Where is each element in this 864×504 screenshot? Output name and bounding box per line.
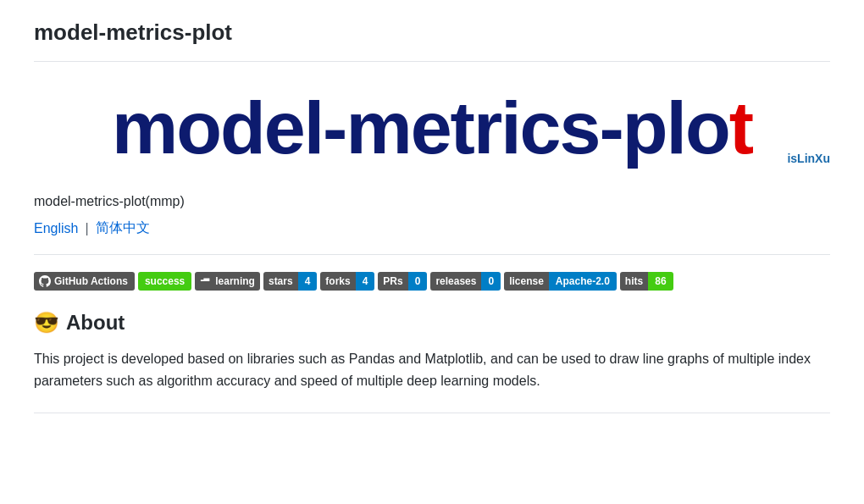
repo-description: model-metrics-plot(mmp) xyxy=(34,194,830,209)
github-icon xyxy=(39,275,51,287)
language-links: English | 简体中文 xyxy=(34,219,830,237)
repo-title: model-metrics-plot xyxy=(34,17,830,47)
badge-license: license Apache-2.0 xyxy=(504,272,617,291)
about-heading-text: About xyxy=(66,311,125,335)
banner-text-plo: plo xyxy=(623,86,729,169)
lang-link-chinese[interactable]: 简体中文 xyxy=(96,219,150,237)
about-emoji: 😎 xyxy=(34,311,59,335)
about-heading: 😎 About xyxy=(34,311,830,335)
badge-prs: PRs 0 xyxy=(378,272,427,291)
badge-license-left: license xyxy=(504,272,549,291)
banner-section: model-metrics-plot isLinXu xyxy=(34,82,830,174)
badge-releases-right: 0 xyxy=(481,272,501,291)
badge-success: success xyxy=(138,272,191,291)
banner-author-link[interactable]: isLinXu xyxy=(787,152,830,165)
page-wrapper: model-metrics-plot model-metrics-plot is… xyxy=(0,0,864,447)
badge-success-text: success xyxy=(145,272,185,291)
badge-hits: hits 86 xyxy=(620,272,673,291)
badge-stars-right: 4 xyxy=(298,272,318,291)
badge-stars: stars 4 xyxy=(263,272,317,291)
badge-prs-left: PRs xyxy=(378,272,407,291)
badge-hits-right: 86 xyxy=(648,272,673,291)
badge-forks: forks 4 xyxy=(320,272,374,291)
divider-2 xyxy=(34,413,830,413)
badge-forks-left: forks xyxy=(320,272,355,291)
docker-icon xyxy=(200,275,212,287)
divider-1 xyxy=(34,254,830,255)
description-section: model-metrics-plot(mmp) English | 简体中文 xyxy=(34,194,830,237)
badge-learning-text: learning xyxy=(215,272,255,291)
badge-license-right: Apache-2.0 xyxy=(549,272,617,291)
badge-prs-right: 0 xyxy=(408,272,428,291)
banner-text-main: model-metrics- xyxy=(112,86,623,169)
badge-forks-right: 4 xyxy=(356,272,375,291)
github-actions-label: GitHub Actions xyxy=(54,272,128,291)
repo-title-section: model-metrics-plot xyxy=(34,17,830,62)
lang-link-english[interactable]: English xyxy=(34,221,78,236)
banner-text-t-red: t xyxy=(729,86,752,169)
badge-learning-left: learning xyxy=(195,272,260,291)
badge-github-actions: GitHub Actions xyxy=(34,272,135,291)
badge-hits-left: hits xyxy=(620,272,648,291)
about-section: 😎 About This project is developed based … xyxy=(34,311,830,391)
badge-stars-left: stars xyxy=(263,272,298,291)
banner-image: model-metrics-plot xyxy=(112,91,752,165)
badge-releases: releases 0 xyxy=(430,272,501,291)
badge-learning: learning xyxy=(195,272,260,291)
about-description: This project is developed based on libra… xyxy=(34,348,830,391)
badge-releases-left: releases xyxy=(430,272,481,291)
lang-separator: | xyxy=(85,221,88,236)
badges-row: GitHub Actions success learning stars 4 … xyxy=(34,272,830,291)
